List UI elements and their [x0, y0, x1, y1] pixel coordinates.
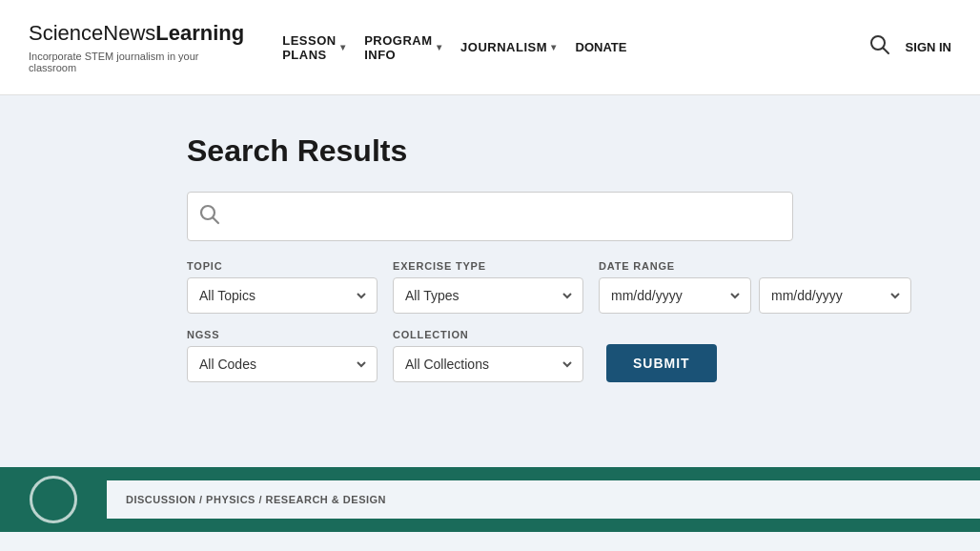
ngss-label: NGSS — [187, 329, 378, 340]
date-range-filter-group: DATE RANGE mm/dd/yyyy mm/dd/yyyy — [599, 260, 911, 314]
collection-filter-group: COLLECTION All Collections — [393, 329, 583, 382]
logo-tagline: Incorporate STEM journalism in your clas… — [29, 51, 244, 73]
svg-line-1 — [883, 49, 888, 54]
date-to-select[interactable]: mm/dd/yyyy — [759, 277, 911, 314]
nav-donate[interactable]: DONATE — [576, 40, 627, 54]
search-input[interactable] — [230, 193, 781, 240]
search-bar-icon — [199, 204, 220, 230]
logo-area: ScienceNewsLearning Incorporate STEM jou… — [29, 21, 244, 72]
logo[interactable]: ScienceNewsLearning — [29, 21, 244, 46]
topic-label: TOPIC — [187, 260, 378, 272]
filters-row-2: NGSS All Codes COLLECTION All Collection… — [187, 329, 793, 382]
exercise-type-filter-group: EXERCISE TYPE All Types — [393, 260, 583, 314]
collection-label: COLLECTION — [393, 329, 583, 340]
site-header: ScienceNewsLearning Incorporate STEM jou… — [0, 0, 980, 95]
nav-journalism-chevron-icon: ▾ — [551, 42, 557, 52]
ngss-select[interactable]: All Codes — [187, 346, 378, 382]
submit-button[interactable]: SUBMIT — [606, 344, 717, 382]
result-thumbnail — [0, 467, 107, 532]
date-range-label: DATE RANGE — [599, 260, 911, 272]
svg-line-3 — [214, 217, 219, 223]
nav-lesson-plans-label: LESSONPLANS — [282, 33, 336, 62]
search-bar[interactable] — [187, 192, 793, 241]
header-icons: SIGN IN — [869, 34, 951, 60]
nav-journalism[interactable]: JOURNALISM ▾ — [460, 35, 556, 59]
ngss-filter-group: NGSS All Codes — [187, 329, 378, 382]
main-content: Search Results TOPIC All Topics EXERCISE… — [0, 95, 980, 467]
main-nav: LESSONPLANS ▾ PROGRAMINFO ▾ JOURNALISM ▾… — [282, 29, 830, 67]
topic-select[interactable]: All Topics — [187, 277, 378, 314]
exercise-type-select[interactable]: All Types — [393, 277, 583, 314]
topic-filter-group: TOPIC All Topics — [187, 260, 378, 314]
nav-program-info-chevron-icon: ▾ — [437, 42, 442, 52]
result-circle-decoration — [30, 476, 77, 523]
nav-journalism-label: JOURNALISM — [460, 40, 547, 54]
sign-in-button[interactable]: SIGN IN — [906, 40, 951, 55]
nav-program-info[interactable]: PROGRAMINFO ▾ — [364, 29, 441, 67]
result-categories: DISCUSSION / PHYSICS / RESEARCH & DESIGN — [126, 494, 961, 505]
result-meta[interactable]: DISCUSSION / PHYSICS / RESEARCH & DESIGN — [107, 480, 980, 519]
result-teaser: DISCUSSION / PHYSICS / RESEARCH & DESIGN — [0, 467, 980, 532]
date-from-select[interactable]: mm/dd/yyyy — [599, 277, 751, 314]
logo-sciencenews: ScienceNews — [29, 21, 155, 45]
collection-select[interactable]: All Collections — [393, 346, 583, 382]
filters-row-1: TOPIC All Topics EXERCISE TYPE All Types… — [187, 260, 793, 314]
search-icon[interactable] — [869, 34, 890, 60]
nav-program-info-label: PROGRAMINFO — [364, 33, 432, 62]
nav-lesson-plans-chevron-icon: ▾ — [340, 42, 346, 52]
exercise-type-label: EXERCISE TYPE — [393, 260, 583, 272]
logo-learning: Learning — [155, 21, 244, 45]
nav-lesson-plans[interactable]: LESSONPLANS ▾ — [282, 29, 345, 67]
page-title: Search Results — [187, 133, 793, 169]
